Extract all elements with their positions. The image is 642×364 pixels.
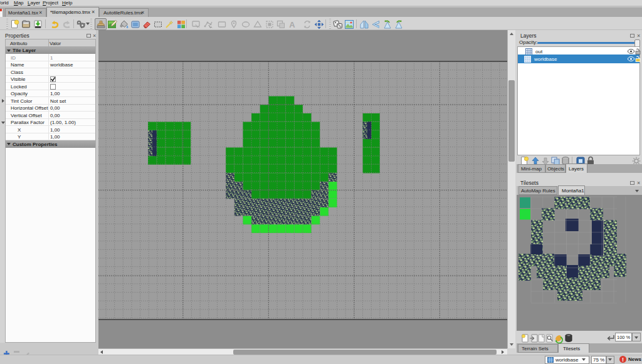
svg-text:A: A [289, 20, 295, 29]
